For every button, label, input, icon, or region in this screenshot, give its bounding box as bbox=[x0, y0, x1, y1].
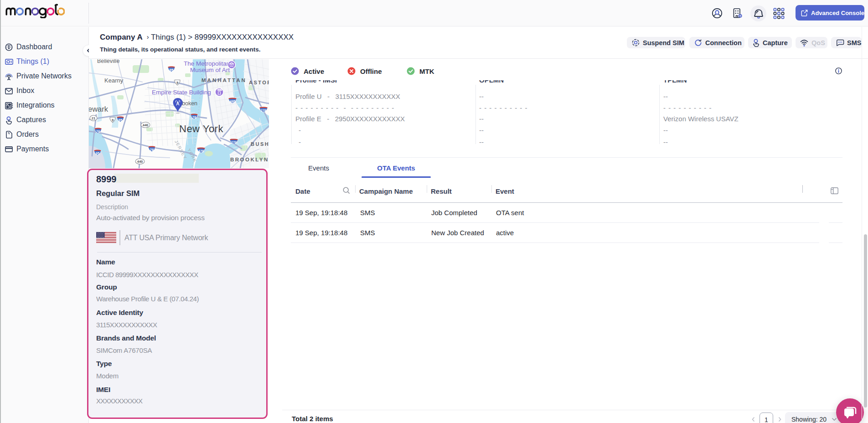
svg-text:The Metropolitan: The Metropolitan bbox=[184, 60, 230, 67]
svg-text:Museum of Art: Museum of Art bbox=[190, 67, 230, 73]
svg-text:New York: New York bbox=[179, 123, 223, 134]
svg-text:278: 278 bbox=[261, 108, 267, 113]
svg-text:495: 495 bbox=[230, 99, 236, 103]
svg-text:478: 478 bbox=[198, 149, 204, 153]
svg-text:440: 440 bbox=[137, 160, 143, 164]
svg-text:MANHATTAN: MANHATTAN bbox=[202, 77, 247, 83]
svg-text:boken: boken bbox=[182, 100, 197, 107]
svg-text:ewark: ewark bbox=[89, 105, 108, 113]
svg-text:21: 21 bbox=[92, 116, 95, 120]
svg-text:9: 9 bbox=[112, 118, 114, 122]
svg-text:BUSHW: BUSHW bbox=[251, 141, 269, 147]
svg-text:9: 9 bbox=[176, 81, 178, 85]
svg-text:278: 278 bbox=[231, 140, 237, 144]
svg-text:78: 78 bbox=[150, 148, 154, 152]
svg-text:Kearny: Kearny bbox=[104, 77, 124, 84]
svg-text:ASTORIA: ASTORIA bbox=[249, 80, 269, 85]
svg-text:78: 78 bbox=[96, 129, 100, 134]
svg-text:BROOKLYN: BROOKLYN bbox=[230, 157, 269, 162]
svg-text:440: 440 bbox=[143, 123, 149, 127]
svg-text:78: 78 bbox=[192, 115, 196, 119]
svg-text:Belleville: Belleville bbox=[97, 59, 119, 64]
svg-text:Empire State Building: Empire State Building bbox=[152, 89, 211, 96]
svg-text:95: 95 bbox=[170, 68, 173, 72]
svg-text:95: 95 bbox=[96, 151, 99, 155]
svg-text:95: 95 bbox=[119, 118, 122, 122]
